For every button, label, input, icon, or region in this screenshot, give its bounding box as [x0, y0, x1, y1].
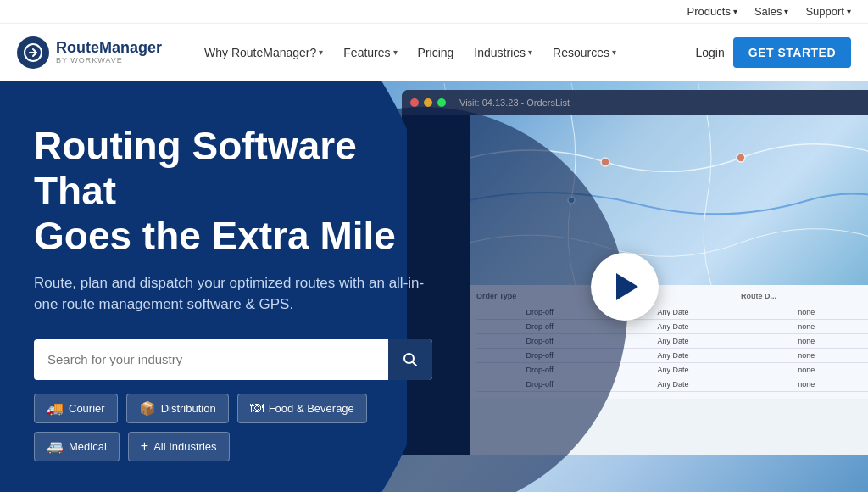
- play-button[interactable]: [591, 253, 659, 321]
- logo-text: RouteManager BY WORKWAVE: [56, 40, 162, 65]
- pill-label: Medical: [69, 440, 107, 453]
- cell-route: none: [743, 337, 868, 345]
- pill-icon: 🚚: [47, 400, 64, 417]
- hero-section: Visit: 04.13.23 - OrdersList: [0, 81, 868, 492]
- cell-eligibility: Any Date: [609, 337, 736, 345]
- nav-resources[interactable]: Resources ▾: [544, 39, 625, 66]
- cell-eligibility: Any Date: [609, 351, 736, 360]
- industry-pill-courier[interactable]: 🚚Courier: [34, 394, 118, 423]
- logo-sub: BY WORKWAVE: [56, 56, 162, 64]
- nav-features[interactable]: Features ▾: [335, 39, 405, 66]
- logo[interactable]: RouteManager BY WORKWAVE: [17, 36, 162, 69]
- cell-eligibility: Any Date: [609, 380, 736, 389]
- logo-name: RouteManager: [56, 40, 162, 57]
- cell-route: none: [743, 366, 868, 374]
- why-chevron: ▾: [319, 48, 323, 57]
- industry-pill-medical[interactable]: 🚐Medical: [34, 432, 120, 461]
- pill-icon: +: [141, 439, 148, 454]
- top-bar: Products ▾ Sales ▾ Support ▾: [0, 0, 868, 24]
- logo-icon: [17, 36, 49, 69]
- app-topbar: Visit: 04.13.23 - OrdersList: [402, 90, 868, 115]
- search-button[interactable]: [388, 339, 432, 380]
- industry-pill-all-industries[interactable]: +All Industries: [128, 432, 230, 461]
- pill-label: Distribution: [161, 402, 216, 415]
- products-chevron: ▾: [733, 7, 737, 16]
- col-header-3: Route D...: [741, 292, 868, 300]
- pill-label: Courier: [69, 402, 105, 415]
- cell-route: none: [743, 308, 868, 316]
- nav-industries[interactable]: Industries ▾: [465, 39, 541, 66]
- nav-links: Why RouteManager? ▾ Features ▾ Pricing I…: [196, 39, 687, 66]
- get-started-button[interactable]: GET STARTED: [733, 37, 851, 68]
- industries-chevron: ▾: [528, 48, 532, 57]
- hero-content: Routing Software That Goes the Extra Mil…: [0, 81, 466, 487]
- cell-route: none: [743, 351, 868, 360]
- svg-point-6: [601, 158, 609, 166]
- cell-eligibility: Any Date: [609, 322, 736, 331]
- search-bar: [34, 339, 432, 380]
- app-title-bar: Visit: 04.13.23 - OrdersList: [459, 98, 570, 108]
- hero-subtitle: Route, plan and dispatch your optimized …: [34, 272, 432, 316]
- industry-pill-food-&-beverage[interactable]: 🍽Food & Beverage: [237, 394, 367, 423]
- sales-chevron: ▾: [784, 7, 788, 16]
- sales-label: Sales: [754, 5, 782, 18]
- features-chevron: ▾: [393, 48, 398, 57]
- pill-icon: 🚐: [47, 439, 64, 455]
- nav-why-routemanager[interactable]: Why RouteManager? ▾: [196, 39, 331, 66]
- cell-route: none: [743, 380, 868, 389]
- top-bar-support[interactable]: Support ▾: [805, 5, 851, 18]
- cell-eligibility: Any Date: [609, 366, 736, 374]
- industry-pills: 🚚Courier📦Distribution🍽Food & Beverage🚐Me…: [34, 394, 432, 461]
- search-input[interactable]: [34, 352, 388, 366]
- search-icon: [402, 351, 419, 368]
- cell-route: none: [743, 322, 868, 331]
- nav-pricing[interactable]: Pricing: [409, 39, 463, 66]
- svg-point-7: [737, 154, 745, 162]
- top-bar-sales[interactable]: Sales ▾: [754, 5, 789, 18]
- pill-label: Food & Beverage: [269, 402, 354, 415]
- pill-label: All Industries: [153, 440, 216, 453]
- nav-login[interactable]: Login: [687, 39, 732, 66]
- pill-icon: 🍽: [250, 400, 264, 416]
- support-chevron: ▾: [847, 7, 851, 16]
- top-bar-products[interactable]: Products ▾: [687, 5, 737, 18]
- products-label: Products: [687, 5, 731, 18]
- navbar: RouteManager BY WORKWAVE Why RouteManage…: [0, 24, 868, 81]
- play-icon: [616, 273, 638, 300]
- support-label: Support: [805, 5, 844, 18]
- industry-pill-distribution[interactable]: 📦Distribution: [126, 394, 229, 423]
- resources-chevron: ▾: [612, 48, 616, 57]
- hero-title: Routing Software That Goes the Extra Mil…: [34, 124, 432, 259]
- pill-icon: 📦: [139, 400, 156, 417]
